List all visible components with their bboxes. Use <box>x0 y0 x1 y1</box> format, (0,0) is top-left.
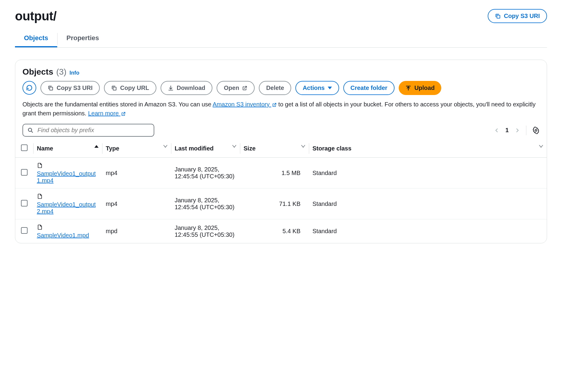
panel-title: Objects <box>22 67 53 77</box>
object-name-link[interactable]: SampleVideo1.mpd <box>37 232 89 239</box>
next-page-button[interactable] <box>515 128 520 133</box>
create-folder-label: Create folder <box>351 85 387 91</box>
tab-objects[interactable]: Objects <box>15 31 57 47</box>
external-link-icon <box>121 111 126 116</box>
delete-button[interactable]: Delete <box>259 81 291 95</box>
copy-uri-label: Copy S3 URI <box>57 85 93 91</box>
inventory-link[interactable]: Amazon S3 inventory <box>213 101 277 108</box>
tab-properties[interactable]: Properties <box>58 31 108 47</box>
actions-label: Actions <box>303 85 324 91</box>
table-row: SampleVideo1_output2.mp4mp4January 8, 20… <box>15 189 547 219</box>
copy-icon <box>111 85 117 91</box>
svg-rect-2 <box>113 87 116 90</box>
copy-icon <box>495 13 501 19</box>
sort-icon <box>163 145 167 148</box>
object-storage: Standard <box>309 219 547 243</box>
toolbar: Copy S3 URI Copy URL Download Open <box>22 81 540 95</box>
copy-url-label: Copy URL <box>120 85 149 91</box>
object-size: 5.4 KB <box>240 219 309 243</box>
download-icon <box>168 85 174 91</box>
col-size[interactable]: Size <box>240 140 309 158</box>
object-type: mp4 <box>102 189 171 219</box>
external-link-icon <box>272 102 277 107</box>
objects-table: Name Type Last modified Size <box>15 140 547 243</box>
search-icon <box>27 127 34 134</box>
learn-more-link[interactable]: Learn more <box>88 110 126 117</box>
object-storage: Standard <box>309 158 547 189</box>
open-button[interactable]: Open <box>217 81 255 95</box>
sort-icon <box>232 145 236 148</box>
col-name[interactable]: Name <box>33 140 102 158</box>
page-header: output/ Copy S3 URI <box>15 9 547 23</box>
desc-text: Objects are the fundamental entities sto… <box>22 101 213 108</box>
row-checkbox[interactable] <box>21 227 28 234</box>
prev-page-button[interactable] <box>494 128 499 133</box>
table-row: SampleVideo1.mpdmpdJanuary 8, 2025, 12:4… <box>15 219 547 243</box>
objects-panel: Objects (3) Info Copy S3 URI <box>15 60 547 243</box>
external-link-icon <box>242 85 247 91</box>
copy-s3-uri-button[interactable]: Copy S3 URI <box>488 9 547 23</box>
table-row: SampleVideo1_output1.mp4mp4January 8, 20… <box>15 158 547 189</box>
col-storage-label: Storage class <box>312 145 351 152</box>
object-storage: Standard <box>309 189 547 219</box>
col-modified[interactable]: Last modified <box>171 140 240 158</box>
row-checkbox[interactable] <box>21 200 28 206</box>
file-icon <box>37 162 43 169</box>
settings-button[interactable] <box>532 127 540 134</box>
object-type: mp4 <box>102 158 171 189</box>
select-all-checkbox[interactable] <box>21 144 28 151</box>
panel-title-row: Objects (3) Info <box>22 67 540 77</box>
actions-button[interactable]: Actions <box>295 81 339 95</box>
col-size-label: Size <box>244 145 256 152</box>
object-type: mpd <box>102 219 171 243</box>
col-storage[interactable]: Storage class <box>309 140 547 158</box>
learn-more-text: Learn more <box>88 110 119 117</box>
svg-rect-1 <box>50 87 53 90</box>
page-number: 1 <box>505 127 509 134</box>
inventory-link-text: Amazon S3 inventory <box>213 101 270 108</box>
download-label: Download <box>177 85 206 91</box>
chevron-down-icon <box>328 87 332 89</box>
upload-label: Upload <box>414 85 435 91</box>
sort-icon <box>539 145 543 148</box>
copy-s3-uri-label: Copy S3 URI <box>504 13 540 19</box>
refresh-button[interactable] <box>22 81 36 95</box>
info-link[interactable]: Info <box>70 70 79 76</box>
search-box[interactable] <box>22 124 154 137</box>
file-icon <box>37 224 43 231</box>
copy-icon <box>48 85 54 91</box>
upload-button[interactable]: Upload <box>399 81 441 95</box>
col-type-label: Type <box>106 145 119 152</box>
col-name-label: Name <box>37 145 53 152</box>
row-checkbox[interactable] <box>21 169 28 176</box>
sort-asc-icon <box>94 145 99 148</box>
object-name-link[interactable]: SampleVideo1_output1.mp4 <box>37 170 99 184</box>
download-button[interactable]: Download <box>161 81 213 95</box>
svg-point-3 <box>28 128 32 131</box>
pagination: 1 <box>494 126 540 135</box>
copy-url-button[interactable]: Copy URL <box>104 81 156 95</box>
svg-rect-0 <box>497 15 500 18</box>
object-modified: January 8, 2025, 12:45:55 (UTC+05:30) <box>171 219 240 243</box>
object-modified: January 8, 2025, 12:45:54 (UTC+05:30) <box>171 189 240 219</box>
create-folder-button[interactable]: Create folder <box>343 81 395 95</box>
object-size: 71.1 KB <box>240 189 309 219</box>
page-title: output/ <box>15 9 57 23</box>
delete-label: Delete <box>266 85 284 91</box>
object-name-link[interactable]: SampleVideo1_output2.mp4 <box>37 201 99 215</box>
sort-icon <box>301 145 305 148</box>
col-type[interactable]: Type <box>102 140 171 158</box>
panel-description: Objects are the fundamental entities sto… <box>22 100 540 118</box>
divider <box>526 126 526 135</box>
col-modified-label: Last modified <box>175 145 214 152</box>
copy-s3-uri-toolbar-button[interactable]: Copy S3 URI <box>40 81 100 95</box>
open-label: Open <box>224 85 239 91</box>
panel-count: (3) <box>56 67 67 77</box>
tab-bar: Objects Properties <box>15 31 547 48</box>
object-modified: January 8, 2025, 12:45:54 (UTC+05:30) <box>171 158 240 189</box>
file-icon <box>37 193 43 200</box>
object-size: 1.5 MB <box>240 158 309 189</box>
svg-point-4 <box>535 129 537 131</box>
refresh-icon <box>26 85 33 91</box>
search-input[interactable] <box>37 127 149 134</box>
